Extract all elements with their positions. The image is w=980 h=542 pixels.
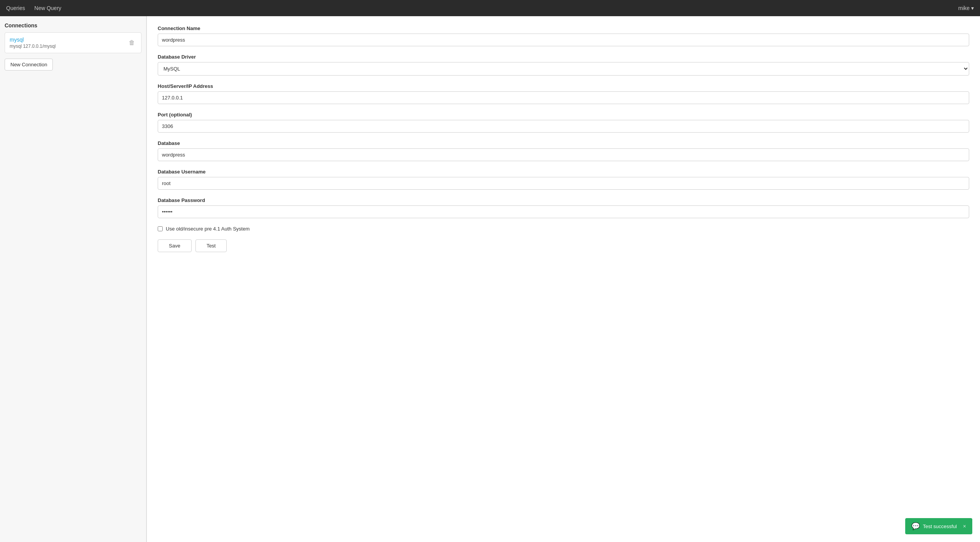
main-layout: Connections mysql mysql 127.0.0.1/mysql …	[0, 16, 980, 542]
connection-name-group: Connection Name	[158, 25, 969, 46]
connection-item[interactable]: mysql mysql 127.0.0.1/mysql 🗑	[5, 32, 141, 53]
form-panel: Connection Name Database Driver MySQL Po…	[146, 16, 980, 542]
queries-nav[interactable]: Queries	[6, 3, 25, 13]
user-chevron-icon: ▾	[971, 5, 974, 11]
connection-name-label: Connection Name	[158, 25, 969, 31]
username-input[interactable]	[158, 177, 969, 190]
database-input[interactable]	[158, 148, 969, 161]
host-group: Host/Server/IP Address	[158, 83, 969, 104]
save-button[interactable]: Save	[158, 239, 192, 252]
user-menu[interactable]: mike ▾	[958, 5, 974, 11]
checkbox-row: Use old/insecure pre 4.1 Auth System	[158, 226, 969, 232]
password-input[interactable]	[158, 205, 969, 218]
connection-name-input[interactable]	[158, 34, 969, 46]
host-label: Host/Server/IP Address	[158, 83, 969, 89]
new-query-nav[interactable]: New Query	[34, 3, 61, 13]
port-group: Port (optional)	[158, 112, 969, 133]
database-driver-label: Database Driver	[158, 54, 969, 60]
toast-message: Test successful	[923, 523, 957, 529]
username-group: Database Username	[158, 169, 969, 190]
password-label: Database Password	[158, 197, 969, 203]
connection-info: mysql mysql 127.0.0.1/mysql	[10, 37, 56, 49]
port-label: Port (optional)	[158, 112, 969, 118]
connection-name: mysql	[10, 37, 56, 43]
toast-icon: 💬	[911, 522, 920, 530]
old-auth-label: Use old/insecure pre 4.1 Auth System	[166, 226, 250, 232]
password-group: Database Password	[158, 197, 969, 218]
topbar: Queries New Query mike ▾	[0, 0, 980, 16]
connections-title: Connections	[5, 22, 141, 29]
action-buttons: Save Test	[158, 239, 969, 252]
host-input[interactable]	[158, 91, 969, 104]
database-label: Database	[158, 140, 969, 146]
sidebar: Connections mysql mysql 127.0.0.1/mysql …	[0, 16, 146, 542]
database-driver-group: Database Driver MySQL PostgreSQL SQLite …	[158, 54, 969, 76]
delete-connection-icon[interactable]: 🗑	[127, 38, 136, 48]
test-button[interactable]: Test	[195, 239, 227, 252]
toast-close-icon[interactable]: ×	[963, 523, 966, 529]
database-group: Database	[158, 140, 969, 161]
connection-detail: mysql 127.0.0.1/mysql	[10, 44, 56, 49]
user-label: mike	[958, 5, 970, 11]
old-auth-checkbox[interactable]	[158, 226, 163, 231]
database-driver-select[interactable]: MySQL PostgreSQL SQLite MSSQL	[158, 62, 969, 76]
topbar-left: Queries New Query	[6, 3, 61, 13]
port-input[interactable]	[158, 120, 969, 133]
new-connection-button[interactable]: New Connection	[5, 59, 53, 71]
toast-notification: 💬 Test successful ×	[905, 518, 972, 534]
username-label: Database Username	[158, 169, 969, 175]
